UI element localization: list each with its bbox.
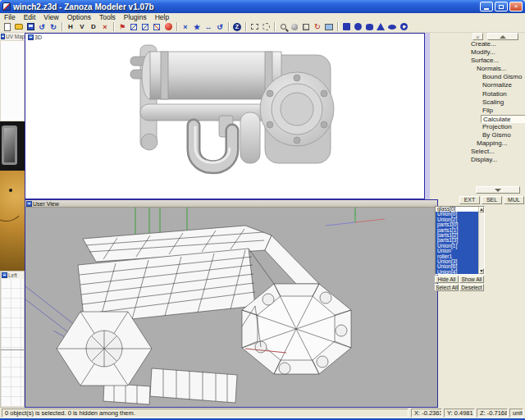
zoom-tool-icon[interactable] bbox=[278, 21, 289, 32]
select-rectangle-icon[interactable] bbox=[249, 21, 260, 32]
screen-texture-thumbnail[interactable] bbox=[0, 121, 25, 171]
deselect-button[interactable]: Deselect bbox=[459, 284, 484, 291]
cmd-calculate[interactable]: Calculate bbox=[481, 115, 525, 123]
pan-tool-icon[interactable] bbox=[290, 21, 300, 32]
gold-texture-thumbnail[interactable] bbox=[0, 171, 25, 271]
status-bar: 0 object(s) is selected. 0 is hidden amo… bbox=[0, 408, 525, 418]
zoom-extents-icon[interactable] bbox=[301, 21, 312, 32]
v-toggle[interactable]: V bbox=[77, 21, 88, 32]
create-cone-icon[interactable] bbox=[376, 21, 386, 32]
list-scrollbar[interactable] bbox=[478, 207, 484, 274]
delete-icon[interactable]: × bbox=[100, 21, 111, 32]
zmodeler-logo-icon[interactable]: Z bbox=[232, 21, 243, 32]
cmd-modify[interactable]: Modify... bbox=[430, 48, 525, 57]
sel-mode-button[interactable]: SEL bbox=[482, 196, 502, 204]
undo-icon[interactable]: ↺ bbox=[37, 21, 48, 32]
mul-mode-button[interactable]: MUL bbox=[504, 196, 524, 204]
d-toggle[interactable]: D bbox=[89, 21, 99, 32]
title-bar[interactable]: winch2.z3d - Zanoza Modeler v1.07b × bbox=[0, 0, 525, 13]
menu-help[interactable]: Help bbox=[151, 13, 173, 21]
move-tool-icon[interactable]: ★ bbox=[192, 21, 203, 32]
cmd-scaling[interactable]: Scaling bbox=[430, 98, 525, 107]
panel-options-button[interactable]: o bbox=[472, 33, 483, 40]
rotate-tool-icon[interactable]: ↺ bbox=[215, 21, 226, 32]
edges-mode-icon[interactable] bbox=[140, 21, 151, 32]
vertices-mode-icon[interactable] bbox=[129, 21, 139, 32]
menu-tools[interactable]: Tools bbox=[95, 13, 120, 21]
fullscreen-icon[interactable] bbox=[324, 21, 335, 32]
cmd-normalize[interactable]: Normalize bbox=[430, 81, 525, 89]
viewport-3d[interactable]: 3D bbox=[25, 33, 425, 199]
viewport-user-view[interactable]: User View bbox=[25, 199, 438, 408]
uv-view-header[interactable]: UV Map bbox=[0, 33, 25, 40]
show-all-button[interactable]: Show All bbox=[459, 276, 484, 283]
cmd-projection[interactable]: Projection bbox=[430, 123, 525, 131]
new-file-icon[interactable] bbox=[2, 21, 13, 32]
redo-icon[interactable]: ↻ bbox=[48, 21, 59, 32]
ext-mode-button[interactable]: EXT bbox=[459, 196, 480, 204]
viewport-3d-header[interactable]: 3D bbox=[27, 34, 42, 40]
sphere-primitive-icon bbox=[354, 23, 362, 30]
object-listbox[interactable]: glass[0] Union[0] Union[2] parts1[0] par… bbox=[435, 206, 485, 275]
left-strip: UV Map Left bbox=[0, 33, 25, 408]
menu-view[interactable]: View bbox=[39, 13, 62, 21]
collapse-down-button[interactable] bbox=[476, 186, 520, 194]
object-list-item[interactable]: Union[4] bbox=[436, 270, 478, 274]
scroll-down-button[interactable] bbox=[479, 268, 484, 274]
shaded-winch-model bbox=[25, 34, 424, 199]
create-torus-icon[interactable] bbox=[399, 21, 409, 32]
cmd-bound-gismo[interactable]: Bound Gismo bbox=[430, 73, 525, 81]
cmd-by-gismo[interactable]: By Gismo bbox=[430, 131, 525, 139]
cmd-mapping[interactable]: Mapping... bbox=[430, 139, 525, 148]
arrow-up-icon bbox=[480, 208, 483, 211]
scale-tool-icon[interactable]: × bbox=[180, 21, 191, 32]
cmd-select[interactable]: Select... bbox=[430, 148, 525, 156]
create-sphere-icon[interactable] bbox=[353, 21, 363, 32]
tool-panel: o Create... Modify... Surface... Normals… bbox=[430, 33, 525, 199]
left-view-header[interactable]: Left bbox=[1, 272, 24, 279]
app-icon bbox=[2, 2, 11, 11]
cmd-create[interactable]: Create... bbox=[430, 40, 525, 48]
scroll-up-button[interactable] bbox=[479, 207, 484, 212]
dashed-rect-icon bbox=[251, 24, 258, 30]
z-logo: Z bbox=[233, 23, 241, 31]
wire-cube-icon bbox=[303, 24, 309, 30]
rotate-view-icon[interactable]: ↻ bbox=[313, 21, 323, 32]
close-button[interactable]: × bbox=[509, 2, 523, 11]
maximize-button[interactable] bbox=[495, 2, 508, 11]
select-all-button[interactable]: Select All bbox=[435, 284, 459, 291]
open-file-icon[interactable] bbox=[14, 21, 25, 32]
cmd-flip[interactable]: Flip bbox=[430, 107, 525, 115]
menu-edit[interactable]: Edit bbox=[20, 13, 40, 21]
user-view-header[interactable]: User View bbox=[25, 200, 437, 208]
mirror-tool-icon[interactable]: ↔ bbox=[203, 21, 214, 32]
create-ellipse-icon[interactable] bbox=[387, 21, 398, 32]
save-file-icon[interactable] bbox=[25, 21, 36, 32]
toolbar-separator bbox=[113, 22, 114, 31]
select-circle-icon[interactable] bbox=[261, 21, 272, 32]
cmd-display[interactable]: Display... bbox=[430, 156, 525, 164]
flag-select-icon[interactable]: ⚑ bbox=[117, 21, 128, 32]
cmd-surface[interactable]: Surface... bbox=[430, 57, 525, 65]
menu-options[interactable]: Options bbox=[63, 13, 95, 21]
cube-icon bbox=[130, 24, 137, 30]
collapse-up-button[interactable] bbox=[487, 33, 518, 40]
render-sphere-icon[interactable] bbox=[163, 21, 174, 32]
h-toggle[interactable]: H bbox=[66, 21, 76, 32]
menu-file[interactable]: File bbox=[0, 13, 20, 21]
white-texture-thumbnail[interactable] bbox=[0, 40, 25, 121]
cmd-normals[interactable]: Normals... bbox=[430, 65, 525, 73]
cmd-rotation[interactable]: Rotation bbox=[430, 90, 525, 98]
create-cylinder-icon[interactable] bbox=[364, 21, 375, 32]
left-view-viewport[interactable]: Left bbox=[0, 271, 25, 408]
hide-all-button[interactable]: Hide All bbox=[435, 276, 459, 283]
create-box-icon[interactable] bbox=[341, 21, 352, 32]
faces-mode-icon[interactable] bbox=[152, 21, 162, 32]
status-units: units bbox=[509, 409, 523, 418]
minimize-button[interactable] bbox=[480, 2, 493, 11]
chevron-down-icon bbox=[495, 189, 501, 192]
left-view-grid[interactable] bbox=[1, 279, 24, 407]
toolbar-separator bbox=[228, 22, 229, 31]
menu-plugins[interactable]: Plugins bbox=[120, 13, 151, 21]
texture-arc bbox=[0, 185, 25, 221]
